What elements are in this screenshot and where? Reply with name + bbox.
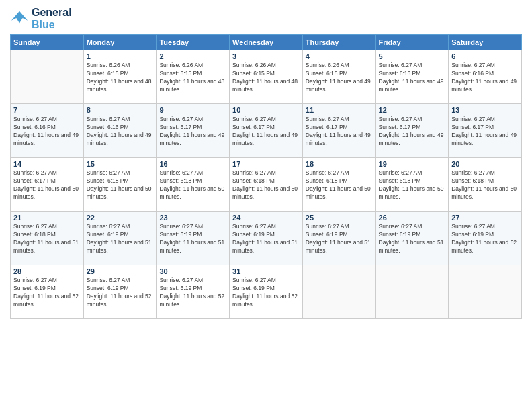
header-tuesday: Tuesday <box>157 35 230 50</box>
day-info: Sunrise: 6:27 AMSunset: 6:19 PMDaylight:… <box>232 277 300 309</box>
day-number: 31 <box>232 267 300 275</box>
day-info: Sunrise: 6:27 AMSunset: 6:19 PMDaylight:… <box>159 277 226 309</box>
day-info: Sunrise: 6:27 AMSunset: 6:18 PMDaylight:… <box>159 169 226 201</box>
day-info: Sunrise: 6:27 AMSunset: 6:18 PMDaylight:… <box>306 169 373 201</box>
day-number: 18 <box>306 160 373 168</box>
day-number: 30 <box>159 267 226 275</box>
day-info: Sunrise: 6:27 AMSunset: 6:16 PMDaylight:… <box>87 116 154 148</box>
day-info: Sunrise: 6:27 AMSunset: 6:17 PMDaylight:… <box>379 116 446 148</box>
table-cell: 27Sunrise: 6:27 AMSunset: 6:19 PMDayligh… <box>449 212 522 265</box>
day-number: 27 <box>451 214 519 222</box>
day-info: Sunrise: 6:27 AMSunset: 6:17 PMDaylight:… <box>306 116 373 148</box>
calendar-header-row: Sunday Monday Tuesday Wednesday Thursday… <box>11 35 522 50</box>
day-info: Sunrise: 6:27 AMSunset: 6:19 PMDaylight:… <box>379 223 446 255</box>
table-cell <box>11 50 84 104</box>
table-cell: 18Sunrise: 6:27 AMSunset: 6:18 PMDayligh… <box>302 158 375 212</box>
header: General Blue <box>10 7 522 30</box>
day-number: 1 <box>87 52 154 60</box>
day-number: 28 <box>13 267 81 275</box>
table-cell: 26Sunrise: 6:27 AMSunset: 6:19 PMDayligh… <box>375 212 449 265</box>
day-number: 23 <box>159 214 226 222</box>
table-cell: 19Sunrise: 6:27 AMSunset: 6:18 PMDayligh… <box>375 158 449 212</box>
logo-icon <box>10 9 29 28</box>
day-number: 16 <box>159 160 226 168</box>
day-number: 13 <box>451 106 519 114</box>
header-sunday: Sunday <box>11 35 84 50</box>
day-number: 26 <box>379 214 446 222</box>
day-info: Sunrise: 6:27 AMSunset: 6:16 PMDaylight:… <box>13 116 81 148</box>
day-number: 20 <box>451 160 519 168</box>
day-number: 9 <box>159 106 226 114</box>
table-cell: 9Sunrise: 6:27 AMSunset: 6:17 PMDaylight… <box>157 104 230 158</box>
day-info: Sunrise: 6:26 AMSunset: 6:15 PMDaylight:… <box>306 62 373 94</box>
day-number: 25 <box>306 214 373 222</box>
table-cell: 7Sunrise: 6:27 AMSunset: 6:16 PMDaylight… <box>11 104 84 158</box>
day-info: Sunrise: 6:27 AMSunset: 6:19 PMDaylight:… <box>87 223 154 255</box>
calendar-table: Sunday Monday Tuesday Wednesday Thursday… <box>10 34 522 319</box>
table-cell: 5Sunrise: 6:27 AMSunset: 6:16 PMDaylight… <box>375 50 449 104</box>
table-cell: 25Sunrise: 6:27 AMSunset: 6:19 PMDayligh… <box>302 212 375 265</box>
table-cell <box>375 265 449 319</box>
day-number: 15 <box>87 160 154 168</box>
day-number: 2 <box>159 52 226 60</box>
day-number: 19 <box>379 160 446 168</box>
table-cell: 28Sunrise: 6:27 AMSunset: 6:19 PMDayligh… <box>11 265 84 319</box>
table-cell <box>302 265 375 319</box>
table-cell: 4Sunrise: 6:26 AMSunset: 6:15 PMDaylight… <box>302 50 375 104</box>
day-info: Sunrise: 6:27 AMSunset: 6:16 PMDaylight:… <box>451 62 519 94</box>
day-info: Sunrise: 6:27 AMSunset: 6:19 PMDaylight:… <box>159 223 226 255</box>
table-cell <box>449 265 522 319</box>
day-info: Sunrise: 6:27 AMSunset: 6:17 PMDaylight:… <box>159 116 226 148</box>
page: General Blue Sunday Monday Tuesday Wedne… <box>0 0 532 411</box>
day-number: 11 <box>306 106 373 114</box>
day-info: Sunrise: 6:27 AMSunset: 6:17 PMDaylight:… <box>13 169 81 201</box>
day-number: 22 <box>87 214 154 222</box>
table-cell: 10Sunrise: 6:27 AMSunset: 6:17 PMDayligh… <box>230 104 303 158</box>
calendar-week-row: 7Sunrise: 6:27 AMSunset: 6:16 PMDaylight… <box>11 104 522 158</box>
day-info: Sunrise: 6:27 AMSunset: 6:19 PMDaylight:… <box>87 277 154 309</box>
table-cell: 6Sunrise: 6:27 AMSunset: 6:16 PMDaylight… <box>449 50 522 104</box>
day-number: 10 <box>232 106 300 114</box>
day-number: 24 <box>232 214 300 222</box>
day-info: Sunrise: 6:27 AMSunset: 6:17 PMDaylight:… <box>451 116 519 148</box>
svg-marker-0 <box>11 11 28 23</box>
table-cell: 23Sunrise: 6:27 AMSunset: 6:19 PMDayligh… <box>157 212 230 265</box>
table-cell: 16Sunrise: 6:27 AMSunset: 6:18 PMDayligh… <box>157 158 230 212</box>
table-cell: 21Sunrise: 6:27 AMSunset: 6:18 PMDayligh… <box>11 212 84 265</box>
calendar-week-row: 28Sunrise: 6:27 AMSunset: 6:19 PMDayligh… <box>11 265 522 319</box>
header-thursday: Thursday <box>302 35 375 50</box>
day-info: Sunrise: 6:27 AMSunset: 6:18 PMDaylight:… <box>87 169 154 201</box>
day-number: 5 <box>379 52 446 60</box>
table-cell: 30Sunrise: 6:27 AMSunset: 6:19 PMDayligh… <box>157 265 230 319</box>
day-number: 8 <box>87 106 154 114</box>
table-cell: 22Sunrise: 6:27 AMSunset: 6:19 PMDayligh… <box>83 212 157 265</box>
table-cell: 17Sunrise: 6:27 AMSunset: 6:18 PMDayligh… <box>230 158 303 212</box>
calendar-week-row: 21Sunrise: 6:27 AMSunset: 6:18 PMDayligh… <box>11 212 522 265</box>
day-info: Sunrise: 6:26 AMSunset: 6:15 PMDaylight:… <box>159 62 226 94</box>
day-info: Sunrise: 6:27 AMSunset: 6:18 PMDaylight:… <box>451 169 519 201</box>
day-info: Sunrise: 6:26 AMSunset: 6:15 PMDaylight:… <box>87 62 154 94</box>
table-cell: 3Sunrise: 6:26 AMSunset: 6:15 PMDaylight… <box>230 50 303 104</box>
day-info: Sunrise: 6:27 AMSunset: 6:19 PMDaylight:… <box>306 223 373 255</box>
table-cell: 24Sunrise: 6:27 AMSunset: 6:19 PMDayligh… <box>230 212 303 265</box>
day-info: Sunrise: 6:27 AMSunset: 6:18 PMDaylight:… <box>379 169 446 201</box>
logo: General Blue <box>10 7 72 30</box>
logo-text: General Blue <box>32 7 72 30</box>
header-wednesday: Wednesday <box>230 35 303 50</box>
day-info: Sunrise: 6:27 AMSunset: 6:19 PMDaylight:… <box>13 277 81 309</box>
day-number: 6 <box>451 52 519 60</box>
table-cell: 1Sunrise: 6:26 AMSunset: 6:15 PMDaylight… <box>83 50 157 104</box>
day-info: Sunrise: 6:27 AMSunset: 6:17 PMDaylight:… <box>232 116 300 148</box>
day-info: Sunrise: 6:27 AMSunset: 6:19 PMDaylight:… <box>451 223 519 255</box>
table-cell: 31Sunrise: 6:27 AMSunset: 6:19 PMDayligh… <box>230 265 303 319</box>
day-number: 14 <box>13 160 81 168</box>
day-number: 29 <box>87 267 154 275</box>
table-cell: 15Sunrise: 6:27 AMSunset: 6:18 PMDayligh… <box>83 158 157 212</box>
calendar-week-row: 14Sunrise: 6:27 AMSunset: 6:17 PMDayligh… <box>11 158 522 212</box>
header-friday: Friday <box>375 35 449 50</box>
header-saturday: Saturday <box>449 35 522 50</box>
table-cell: 8Sunrise: 6:27 AMSunset: 6:16 PMDaylight… <box>83 104 157 158</box>
table-cell: 13Sunrise: 6:27 AMSunset: 6:17 PMDayligh… <box>449 104 522 158</box>
table-cell: 20Sunrise: 6:27 AMSunset: 6:18 PMDayligh… <box>449 158 522 212</box>
table-cell: 2Sunrise: 6:26 AMSunset: 6:15 PMDaylight… <box>157 50 230 104</box>
